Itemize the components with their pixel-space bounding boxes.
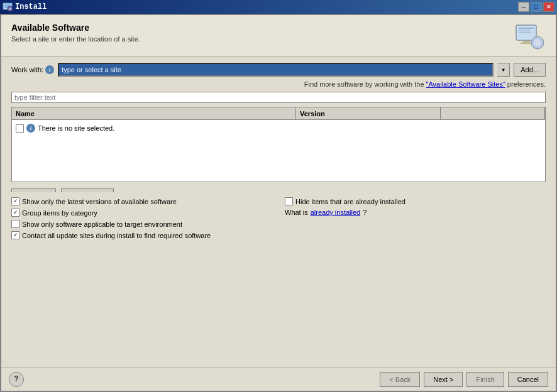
next-button[interactable]: Next > [424, 372, 463, 387]
back-button[interactable]: < Back [380, 372, 420, 387]
options-area: Show only the latest versions of availab… [1, 192, 556, 244]
option-row-contact-all-sites: Contact all update sites during install … [11, 231, 272, 239]
no-site-text: There is no site selected. [38, 124, 114, 132]
available-software-sites-link[interactable]: "Available Software Sites" [426, 80, 505, 88]
action-buttons: Select All Deselect All [11, 186, 546, 192]
option-label-question: ? [363, 209, 367, 216]
help-button[interactable]: ? [9, 372, 24, 387]
table-header: Name Version [12, 107, 545, 120]
title-bar: Install ─ □ ✕ [0, 0, 557, 14]
cancel-button[interactable]: Cancel [508, 372, 548, 387]
close-button[interactable]: ✕ [543, 2, 554, 12]
svg-rect-6 [522, 41, 530, 43]
option-checkbox-applicable-only[interactable] [11, 220, 19, 228]
option-row-group-by-category: Group items by category [11, 209, 272, 217]
title-bar-buttons[interactable]: ─ □ ✕ [518, 2, 554, 12]
table-row-checkbox[interactable] [16, 124, 24, 133]
title-bar-title: Install [15, 3, 47, 11]
svg-point-11 [537, 42, 538, 43]
work-with-label: Work with: i [11, 65, 54, 74]
title-bar-left: Install [3, 2, 47, 12]
add-button[interactable]: Add... [514, 63, 546, 77]
option-checkbox-group-by-category[interactable] [11, 209, 19, 217]
already-installed-link[interactable]: already installed [311, 209, 361, 216]
svg-rect-14 [519, 32, 531, 33]
svg-rect-12 [519, 28, 534, 29]
header-text: Available Software Select a site or ente… [11, 23, 140, 43]
option-label-hide-installed: Hide items that are already installed [295, 198, 405, 205]
svg-point-3 [9, 8, 11, 10]
maximize-button[interactable]: □ [531, 2, 542, 12]
page-title: Available Software [11, 23, 140, 33]
footer-buttons: < Back Next > Finish Cancel [380, 372, 548, 387]
work-with-dropdown-button[interactable]: ▼ [497, 63, 510, 77]
footer: ? < Back Next > Finish Cancel [1, 368, 556, 391]
work-with-row: Work with: i ▼ Add... [11, 63, 546, 77]
content-area: Work with: i ▼ Add... Find more software… [1, 57, 556, 192]
option-checkbox-latest-versions[interactable] [11, 197, 19, 205]
svg-rect-7 [520, 43, 532, 44]
option-row-latest-versions: Show only the latest versions of availab… [11, 197, 272, 205]
option-label-what-is: What is [285, 209, 308, 216]
monitor-cd-icon [515, 24, 545, 50]
svg-rect-13 [519, 30, 530, 31]
table-col-version: Version [296, 107, 441, 119]
table-body: i There is no site selected. [12, 120, 545, 182]
option-label-latest-versions: Show only the latest versions of availab… [22, 198, 177, 205]
page-subtitle: Select a site or enter the location of a… [11, 35, 140, 43]
bottom-spacer [1, 244, 556, 368]
finish-button[interactable]: Finish [466, 372, 504, 387]
no-site-icon: i [26, 124, 35, 133]
install-icon [3, 2, 13, 12]
sites-row-text: Find more software by working with the [304, 80, 426, 88]
table-col-name: Name [12, 107, 296, 119]
main-window: Available Software Select a site or ente… [0, 14, 557, 392]
option-label-contact-all-sites: Contact all update sites during install … [22, 232, 211, 239]
header-icon [514, 23, 546, 51]
software-table: Name Version i There is no site selected… [11, 107, 546, 182]
option-label-applicable-only: Show only software applicable to target … [22, 220, 182, 228]
option-checkbox-contact-all-sites[interactable] [11, 231, 19, 239]
work-with-text: Work with: [11, 66, 43, 74]
option-checkbox-hide-installed[interactable] [285, 197, 293, 205]
filter-input[interactable] [11, 92, 546, 103]
minimize-button[interactable]: ─ [518, 2, 529, 12]
option-row-what-is-installed: What is already installed ? [285, 209, 546, 216]
work-with-info-icon: i [45, 65, 54, 74]
option-row-applicable-only: Show only software applicable to target … [11, 220, 272, 228]
table-row: i There is no site selected. [14, 122, 116, 134]
header-area: Available Software Select a site or ente… [1, 15, 556, 57]
sites-row: Find more software by working with the "… [11, 80, 546, 88]
option-label-group-by-category: Group items by category [22, 209, 97, 217]
sites-row-suffix: preferences. [505, 80, 546, 88]
option-row-hide-installed: Hide items that are already installed [285, 197, 546, 205]
table-col-extra [441, 107, 545, 119]
work-with-input[interactable] [58, 63, 494, 77]
